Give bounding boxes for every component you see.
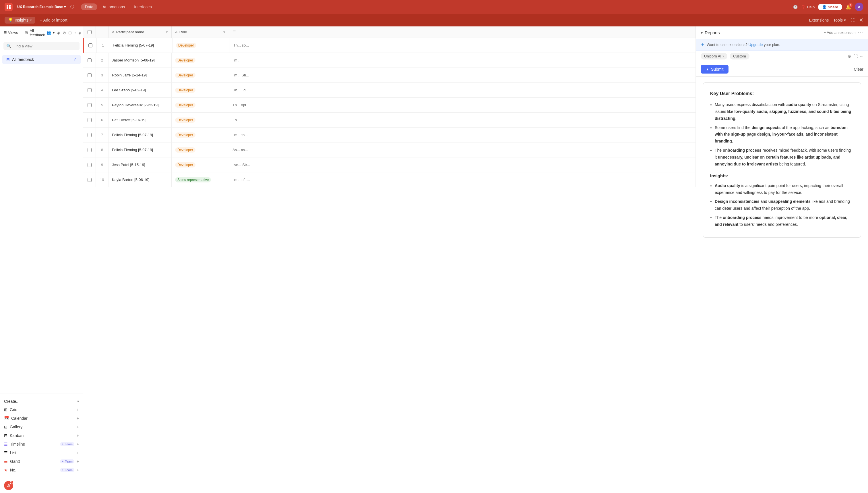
upgrade-link[interactable]: Upgrade (749, 43, 763, 47)
td-name-1[interactable]: Felicia Fleming [5-07-19] (109, 38, 173, 52)
notification-btn[interactable]: 🔔 1 (846, 4, 851, 10)
row-checkbox-7[interactable] (88, 133, 92, 137)
td-name-2[interactable]: Jasper Morrison [5-08-19] (109, 53, 172, 67)
create-item-grid[interactable]: ⊞ Grid + (0, 405, 83, 414)
reports-arrow-icon[interactable]: ▾ (701, 30, 703, 35)
app-info-icon[interactable]: ⓘ (70, 4, 74, 9)
row-checkbox-5[interactable] (88, 103, 92, 107)
close-btn[interactable]: ✕ (859, 17, 863, 23)
view-icon: ⊞ (6, 57, 10, 62)
table-row: 2 Jasper Morrison [5-08-19] Developer I'… (83, 53, 696, 68)
create-header[interactable]: Create... ▾ (0, 397, 83, 405)
add-kanban-icon[interactable]: + (77, 433, 79, 438)
ai-toolbar: Unicorn AI ▾ Custom ⚙ ⛶ ··· (696, 50, 868, 62)
people-icon: 👥 (46, 30, 51, 35)
th-participant[interactable]: A Participant name ▾ (109, 26, 172, 38)
add-gantt-icon[interactable]: + (77, 459, 79, 464)
td-name-8[interactable]: Felicia Fleming [5-07-19] (109, 143, 172, 157)
sidebar-item-all-feedback[interactable]: ⊞ All feedback ✓ (2, 55, 81, 64)
add-grid-icon[interactable]: + (77, 407, 79, 412)
search-wrap: 🔍 (3, 42, 79, 50)
add-extension-btn[interactable]: + Add an extension (824, 30, 856, 35)
add-calendar-icon[interactable]: + (77, 416, 79, 421)
table-row: 5 Peyton Devereaux [7-22-19] Developer T… (83, 98, 696, 113)
th-notes[interactable]: ☰ (229, 26, 696, 38)
td-name-9[interactable]: Jess Patel [5-15-19] (109, 157, 172, 172)
unicorn-ai-tab[interactable]: Unicorn AI ▾ (701, 53, 727, 60)
td-name-6[interactable]: Pat Everett [5-16-19] (109, 113, 172, 127)
history-btn[interactable]: 🕐 (793, 5, 798, 9)
row-checkbox-1[interactable] (88, 43, 92, 47)
th-role[interactable]: A Role ▾ (172, 26, 229, 38)
th-num (96, 26, 109, 38)
insights-tab[interactable]: 💡 Insights ▾ (5, 17, 35, 24)
problems-list: Many users express dissatisfaction with … (710, 102, 854, 168)
add-list-icon[interactable]: + (77, 450, 79, 455)
td-name-5[interactable]: Peyton Devereaux [7-22-19] (109, 98, 172, 112)
sort-icon[interactable]: ↕ (74, 30, 76, 35)
create-item-calendar[interactable]: 📅 Calendar + (0, 414, 83, 423)
expand-btn[interactable]: ⛶ (850, 18, 854, 22)
add-timeline-icon[interactable]: + (77, 442, 79, 447)
hide-icon[interactable]: ◈ (57, 30, 60, 35)
create-item-new[interactable]: ★ Ne... Team + (0, 466, 83, 474)
insights-list: Audio quality is a significant pain poin… (710, 183, 854, 228)
avatar[interactable]: A (855, 3, 863, 11)
field-icon[interactable]: ◈ (78, 30, 82, 35)
filter-icon[interactable]: ⊘ (63, 30, 66, 35)
custom-tab[interactable]: Custom (730, 53, 750, 60)
tab-data[interactable]: Data (81, 3, 98, 10)
create-item-list[interactable]: ☰ List + (0, 448, 83, 457)
td-name-4[interactable]: Lee Szabo [5-02-19] (109, 83, 172, 98)
td-num-3: 3 (96, 68, 109, 83)
add-gallery-icon[interactable]: + (77, 425, 79, 429)
share-button[interactable]: 👤 Share (818, 4, 842, 10)
create-item-gallery[interactable]: ⊡ Gallery + (0, 423, 83, 431)
submit-button[interactable]: ▲ Submit (701, 65, 729, 73)
fullscreen-icon[interactable]: ⛶ (854, 54, 858, 59)
tab-automations[interactable]: Automations (98, 3, 129, 10)
add-import-button[interactable]: + Add or import (40, 18, 67, 22)
extensions-btn[interactable]: Extensions (809, 18, 829, 22)
settings-icon[interactable]: ⚙ (848, 54, 851, 59)
tools-btn[interactable]: Tools ▾ (833, 18, 846, 22)
add-new-icon[interactable]: + (77, 468, 79, 472)
row-checkbox-6[interactable] (88, 118, 92, 122)
app-logo (5, 3, 13, 11)
row-checkbox-10[interactable] (88, 178, 92, 182)
td-notes-7: I'm... to... (229, 128, 696, 142)
views-toggle[interactable]: ☰ Views (3, 30, 18, 35)
search-input[interactable] (14, 44, 77, 48)
row-checkbox-3[interactable] (88, 73, 92, 77)
grid-icon: ⊞ (4, 407, 7, 412)
app-title[interactable]: UX Research Example Base ▾ (17, 5, 66, 9)
td-notes-8: As... as... (229, 143, 696, 157)
main-layout: ☰ Views ⊞ All feedback 👥 ▾ ◈ ⊘ ⊟ ↕ ◈ ⛶ 🔍 (0, 26, 868, 493)
top-nav-right: 🕐 ❓ Help 👤 Share 🔔 1 A (793, 3, 863, 11)
row-checkbox-9[interactable] (88, 163, 92, 167)
create-item-timeline[interactable]: ☰ Timeline Team + (0, 440, 83, 448)
select-all-checkbox[interactable] (88, 30, 92, 34)
th-role-arr: ▾ (223, 30, 225, 34)
clear-button[interactable]: Clear (854, 67, 863, 71)
row-checkbox-8[interactable] (88, 148, 92, 152)
create-section: Create... ▾ ⊞ Grid + 📅 Calendar + ⊡ Gall… (0, 393, 83, 478)
td-name-10[interactable]: Kayla Barton [5-06-19] (109, 172, 172, 187)
help-btn[interactable]: ❓ Help (801, 5, 815, 9)
create-item-gantt[interactable]: ☰ Gantt Team + (0, 457, 83, 466)
table-body: 1 Felicia Fleming [5-07-19] Developer Th… (83, 38, 696, 493)
td-notes-10: I'm... of t... (229, 172, 696, 187)
create-item-kanban[interactable]: ⊟ Kanban + (0, 431, 83, 440)
ai-more-icon[interactable]: ··· (860, 54, 863, 59)
td-name-3[interactable]: Robin Jaffe [5-14-19] (109, 68, 172, 83)
role-badge-1: Developer (176, 43, 196, 48)
row-checkbox-4[interactable] (88, 88, 92, 92)
top-nav-tabs: Data Automations Interfaces (81, 3, 156, 10)
row-checkbox-2[interactable] (88, 58, 92, 62)
tab-interfaces[interactable]: Interfaces (130, 3, 156, 10)
td-name-7[interactable]: Felicia Fleming [5-07-19] (109, 128, 172, 142)
all-feedback-label[interactable]: ⊞ All feedback 👥 ▾ (25, 28, 55, 37)
group-icon[interactable]: ⊟ (68, 30, 72, 35)
search-icon: 🔍 (6, 44, 11, 48)
more-options-btn[interactable]: ··· (858, 30, 863, 35)
